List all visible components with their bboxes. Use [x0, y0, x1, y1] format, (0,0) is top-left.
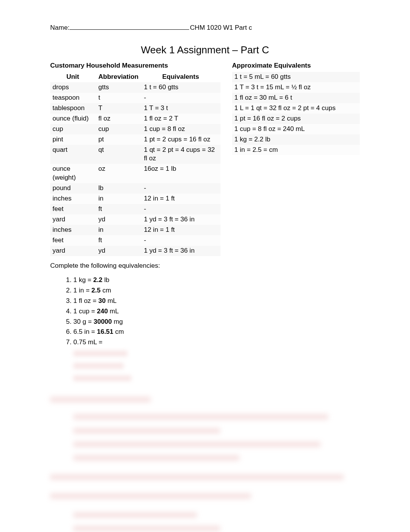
page-title: Week 1 Assignment – Part C: [50, 43, 360, 57]
cell-unit: quart: [50, 145, 96, 164]
cell-unit: tablespoon: [50, 103, 96, 114]
equivalencies-list: 1 kg = 2.2 lb1 in = 2.5 cm1 fl oz = 30 m…: [73, 275, 360, 348]
equiv-pre: 0.75 mL =: [73, 338, 102, 346]
name-blank[interactable]: [69, 23, 189, 30]
cell-abbr: ft: [96, 235, 142, 246]
cell-equiv: 1 cup = 8 fl oz: [142, 124, 220, 134]
col-unit: Unit: [50, 72, 96, 82]
cell-abbr: T: [96, 103, 142, 114]
equiv-answer: 240: [97, 308, 108, 315]
cell-unit: inches: [50, 225, 96, 235]
cell-unit: ounce (weight): [50, 164, 96, 183]
page-header: Name: CHM 1020 W1 Part c: [50, 23, 360, 32]
cell-abbr: t: [96, 93, 142, 103]
equiv-post: mL: [108, 308, 119, 315]
table-row: ounce (weight)oz16oz = 1 lb: [50, 164, 220, 183]
cell-abbr: qt: [96, 145, 142, 164]
blurred-questions: [50, 395, 360, 532]
cell-equiv: 1 t = 60 gtts: [142, 82, 220, 93]
cell-abbr: ft: [96, 204, 142, 214]
table-row: tablespoonT1 T = 3 t: [50, 103, 220, 114]
equiv-pre: 1 kg =: [73, 276, 93, 284]
cell-abbr: fl oz: [96, 114, 142, 124]
cell-equiv: -: [142, 235, 220, 246]
cell-equiv: 12 in = 1 ft: [142, 225, 220, 235]
equiv-pre: 1 fl oz =: [73, 297, 98, 304]
col-abbr: Abbreviation: [96, 72, 142, 82]
equiv-post: mL: [106, 297, 117, 304]
cell-abbr: in: [96, 194, 142, 204]
cell-abbr: oz: [96, 164, 142, 183]
approx-item: 1 t = 5 mL = 60 gtts: [232, 72, 360, 82]
equiv-answer: 2.5: [91, 287, 101, 294]
equiv-item: 6.5 in = 16.51 cm: [73, 327, 360, 337]
cell-equiv: 1 yd = 3 ft = 36 in: [142, 246, 220, 256]
equiv-post: cm: [114, 328, 124, 335]
cell-equiv: 1 fl oz = 2 T: [142, 114, 220, 124]
equiv-item: 30 g = 30000 mg: [73, 317, 360, 327]
equiv-item: 1 in = 2.5 cm: [73, 286, 360, 296]
content-columns: Customary Household Measurements Unit Ab…: [50, 61, 360, 256]
cell-equiv: 1 yd = 3 ft = 36 in: [142, 214, 220, 225]
right-column: Approximate Equivalents 1 t = 5 mL = 60 …: [232, 61, 360, 155]
name-label: Name:: [50, 24, 69, 32]
equiv-post: mg: [112, 318, 123, 325]
cell-abbr: yd: [96, 246, 142, 256]
equiv-answer: 16.51: [97, 328, 114, 335]
cell-unit: yard: [50, 214, 96, 225]
cell-equiv: 12 in = 1 ft: [142, 194, 220, 204]
blurred-list-continuation: [73, 349, 360, 386]
table-row: yardyd1 yd = 3 ft = 36 in: [50, 246, 220, 256]
approx-item: 1 in = 2.5 = cm: [232, 145, 360, 155]
table-row: inchesin12 in = 1 ft: [50, 194, 220, 204]
table-header-row: Unit Abbreviation Equivalents: [50, 72, 220, 82]
cell-equiv: 1 T = 3 t: [142, 103, 220, 114]
cell-equiv: 1 qt = 2 pt = 4 cups = 32 fl oz: [142, 145, 220, 164]
table-row: pintpt1 pt = 2 cups = 16 fl oz: [50, 134, 220, 145]
cell-abbr: in: [96, 225, 142, 235]
cell-abbr: lb: [96, 183, 142, 194]
equiv-post: lb: [102, 276, 109, 284]
complete-instruction: Complete the following equivalencies:: [50, 262, 360, 270]
cell-unit: ounce (fluid): [50, 114, 96, 124]
table-row: feetft-: [50, 204, 220, 214]
cell-equiv: 16oz = 1 lb: [142, 164, 220, 183]
equiv-answer: 2.2: [93, 276, 103, 284]
cell-unit: cup: [50, 124, 96, 134]
table-row: cupcup1 cup = 8 fl oz: [50, 124, 220, 134]
equiv-answer: 30: [98, 297, 106, 304]
approx-list: 1 t = 5 mL = 60 gtts1 T = 3 t = 15 mL = …: [232, 72, 360, 155]
table-row: teaspoont-: [50, 93, 220, 103]
equiv-pre: 30 g =: [73, 318, 93, 325]
approx-item: 1 cup = 8 fl oz = 240 mL: [232, 124, 360, 134]
cell-equiv: -: [142, 204, 220, 214]
cell-unit: pound: [50, 183, 96, 194]
equiv-item: 1 fl oz = 30 mL: [73, 296, 360, 306]
equiv-pre: 6.5 in =: [73, 328, 97, 335]
table-row: dropsgtts1 t = 60 gtts: [50, 82, 220, 93]
cell-unit: drops: [50, 82, 96, 93]
left-section-title: Customary Household Measurements: [50, 61, 220, 70]
equiv-pre: 1 in =: [73, 287, 91, 294]
left-column: Customary Household Measurements Unit Ab…: [50, 61, 220, 256]
cell-unit: feet: [50, 235, 96, 246]
table-row: poundlb-: [50, 183, 220, 194]
approx-item: 1 T = 3 t = 15 mL = ½ fl oz: [232, 82, 360, 93]
table-row: ounce (fluid)fl oz1 fl oz = 2 T: [50, 114, 220, 124]
equiv-item: 1 cup = 240 mL: [73, 306, 360, 317]
course-code: CHM 1020 W1 Part c: [190, 24, 252, 32]
equiv-item: 1 kg = 2.2 lb: [73, 275, 360, 286]
table-row: yardyd1 yd = 3 ft = 36 in: [50, 214, 220, 225]
equiv-item: 0.75 mL =: [73, 337, 360, 348]
equiv-answer: 30000: [93, 318, 112, 325]
approx-item: 1 L = 1 qt = 32 fl oz = 2 pt = 4 cups: [232, 103, 360, 114]
cell-abbr: yd: [96, 214, 142, 225]
cell-unit: yard: [50, 246, 96, 256]
approx-item: 1 pt = 16 fl oz = 2 cups: [232, 114, 360, 124]
cell-equiv: 1 pt = 2 cups = 16 fl oz: [142, 134, 220, 145]
cell-unit: pint: [50, 134, 96, 145]
equiv-post: cm: [100, 287, 111, 294]
cell-unit: inches: [50, 194, 96, 204]
cell-unit: feet: [50, 204, 96, 214]
right-section-title: Approximate Equivalents: [232, 61, 360, 70]
